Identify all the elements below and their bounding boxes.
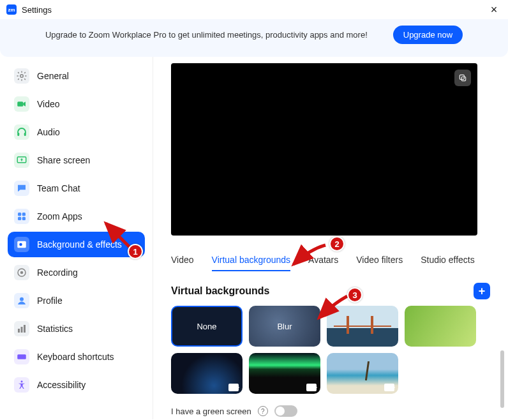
annotation-arrow-3 [314,292,352,327]
close-icon[interactable]: × [486,3,502,17]
svg-rect-15 [21,327,23,333]
svg-rect-2 [17,133,19,136]
annotation-badge-1: 1 [128,244,143,259]
sidebar-item-label: General [37,71,69,81]
sidebar-item-label: Accessibility [37,380,86,390]
profile-icon [14,293,29,308]
keyboard-icon [14,349,29,364]
statistics-icon [14,321,29,336]
upgrade-banner: Upgrade to Zoom Workplace Pro to get unl… [0,19,508,57]
sidebar-item-accessibility[interactable]: Accessibility [8,372,145,398]
content-panel: Video Virtual backgrounds Avatars Video … [153,57,508,419]
sidebar-item-label: Team Chat [37,183,80,193]
svg-point-0 [20,75,24,78]
popout-icon[interactable] [454,70,471,86]
svg-rect-7 [18,217,21,220]
gear-icon [14,68,29,84]
scrollbar[interactable] [500,350,504,408]
sidebar-item-share-screen[interactable]: Share screen [8,147,145,173]
sidebar-item-label: Keyboard shortcuts [37,352,114,362]
upgrade-now-button[interactable]: Upgrade now [393,26,463,44]
sidebar-item-audio[interactable]: Audio [8,119,145,145]
green-screen-label: I have a green screen [171,407,251,416]
sidebar-item-label: Video [37,99,60,109]
video-icon [14,96,29,112]
section-title: Virtual backgrounds [171,285,269,297]
chat-icon [14,181,29,196]
sidebar-item-label: Profile [37,296,63,306]
sidebar-item-label: Statistics [37,324,73,334]
add-background-button[interactable]: + [474,283,490,299]
sidebar-item-general[interactable]: General [8,63,145,89]
background-option-earth[interactable] [171,353,243,394]
svg-rect-1 [17,101,23,107]
tab-studio-effects[interactable]: Studio effects [421,255,475,271]
help-icon[interactable]: ? [258,406,268,416]
headphones-icon [14,124,29,140]
svg-rect-5 [18,213,21,216]
sidebar-item-label: Zoom Apps [37,211,82,221]
tab-video-filters[interactable]: Video filters [356,255,403,271]
svg-point-10 [19,243,22,246]
sidebar-item-statistics[interactable]: Statistics [8,316,145,341]
sidebar-item-video[interactable]: Video [8,91,145,117]
sidebar-item-label: Share screen [37,155,90,165]
svg-rect-20 [461,77,465,80]
tab-video[interactable]: Video [171,255,194,271]
svg-rect-17 [17,354,26,359]
svg-rect-8 [22,217,26,220]
bg-blur-label: Blur [277,322,292,331]
bg-none-label: None [197,322,216,331]
zoom-app-icon: zm [6,4,17,15]
annotation-badge-3: 3 [347,287,362,303]
green-screen-row: I have a green screen ? [171,405,490,417]
recording-icon [14,265,29,280]
svg-point-13 [20,297,24,301]
sidebar-item-label: Audio [37,127,60,137]
sidebar-item-profile[interactable]: Profile [8,288,145,313]
video-badge-icon [384,384,394,391]
window-title: Settings [22,5,52,15]
upgrade-banner-text: Upgrade to Zoom Workplace Pro to get unl… [45,30,368,40]
sidebar-item-recording[interactable]: Recording [8,260,145,285]
background-option-grass[interactable] [405,306,476,347]
svg-point-18 [21,380,23,382]
sidebar-item-team-chat[interactable]: Team Chat [8,176,145,201]
svg-point-12 [20,271,24,274]
green-screen-toggle[interactable] [274,405,297,417]
titlebar: zm Settings × [0,0,508,19]
accessibility-icon [14,377,29,393]
svg-rect-14 [18,329,20,333]
video-badge-icon [228,384,239,391]
tab-virtual-backgrounds[interactable]: Virtual backgrounds [212,255,290,271]
background-option-beach[interactable] [327,353,398,394]
share-screen-icon [14,153,29,168]
video-preview [171,63,477,236]
video-badge-icon [306,384,317,391]
background-effects-icon [14,237,29,252]
annotation-badge-2: 2 [329,236,345,251]
sidebar-item-keyboard-shortcuts[interactable]: Keyboard shortcuts [8,344,145,370]
svg-rect-6 [22,213,26,216]
background-option-none[interactable]: None [171,306,243,347]
sidebar-item-label: Recording [37,267,78,278]
annotation-arrow-2 [287,240,332,274]
svg-rect-3 [24,133,26,136]
apps-icon [14,209,29,224]
svg-rect-16 [24,325,26,333]
background-option-blur[interactable]: Blur [249,306,320,347]
background-option-aurora[interactable] [249,353,320,394]
